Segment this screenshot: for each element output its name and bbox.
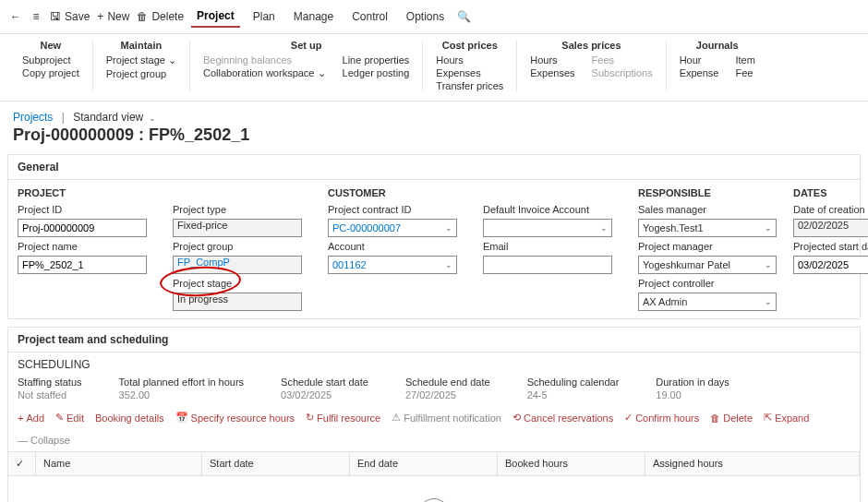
project-name-input[interactable] — [18, 256, 147, 274]
ribbon-item[interactable]: Item — [735, 54, 754, 66]
clock-icon: ⟲ — [512, 412, 521, 424]
account-select[interactable]: 001162⌄ — [328, 256, 457, 274]
th-end[interactable]: End date — [350, 452, 498, 475]
chevron-down-icon: ⌄ — [765, 223, 772, 233]
duration-label: Duration in days — [656, 376, 729, 388]
project-group-input[interactable]: FP_CompP — [173, 256, 302, 274]
th-start[interactable]: Start date — [202, 452, 350, 475]
tab-manage[interactable]: Manage — [288, 6, 339, 27]
delete-button[interactable]: 🗑Delete — [137, 10, 184, 23]
expand-icon: ⇱ — [764, 412, 772, 424]
email-input[interactable] — [483, 256, 612, 274]
ribbon-title-journals: Journals — [696, 40, 739, 51]
expand-button[interactable]: ⇱Expand — [764, 412, 809, 424]
project-controller-label: Project controller — [638, 278, 767, 289]
tab-options[interactable]: Options — [401, 6, 450, 27]
th-booked[interactable]: Booked hours — [498, 452, 645, 475]
ribbon-sales-hours[interactable]: Hours — [530, 54, 574, 66]
search-icon[interactable]: 🔍 — [457, 10, 470, 23]
table-empty: ✦ We didn't find anything to show here. — [8, 476, 860, 502]
ribbon-expense[interactable]: Expense — [680, 67, 719, 78]
refresh-icon: ↻ — [306, 412, 314, 424]
ribbon-beginning-balances[interactable]: Beginning balances — [203, 54, 326, 66]
tab-project[interactable]: Project — [191, 6, 240, 28]
menu-icon[interactable]: ≡ — [30, 10, 42, 23]
customer-hd: CUSTOMER — [328, 187, 457, 198]
ribbon-fee[interactable]: Fee — [735, 67, 754, 78]
staffing-label: Staffing status — [18, 376, 82, 388]
ribbon-title-setup: Set up — [291, 40, 322, 51]
chevron-down-icon: ⌄ — [149, 114, 156, 123]
tab-control[interactable]: Control — [346, 6, 393, 27]
calendar-icon: 📅 — [175, 412, 188, 424]
edit-button[interactable]: ✎Edit — [55, 412, 84, 424]
effort-label: Total planned effort in hours — [119, 376, 245, 388]
breadcrumb-sep: | — [62, 111, 65, 124]
sales-manager-label: Sales manager — [638, 204, 767, 215]
project-manager-label: Project manager — [638, 241, 767, 252]
project-stage-input: In progress — [173, 293, 302, 311]
th-name[interactable]: Name — [36, 452, 202, 475]
ribbon-project-group[interactable]: Project group — [106, 68, 176, 79]
confirm-hours-button[interactable]: ✓Confirm hours — [624, 412, 699, 424]
col-responsible: RESPONSIBLE Sales manager Yogesh.Test1⌄ … — [638, 187, 767, 311]
th-check[interactable]: ✓ — [8, 452, 36, 475]
project-manager-select[interactable]: Yogeshkumar Patel⌄ — [638, 256, 777, 274]
specify-hours-button[interactable]: 📅Specify resource hours — [175, 412, 295, 424]
project-hd: PROJECT — [18, 187, 147, 198]
project-id-input[interactable] — [18, 219, 147, 237]
ribbon-sales-subscriptions[interactable]: Subscriptions — [592, 67, 653, 78]
ribbon-group-new: New Subproject Copy project — [9, 40, 93, 91]
section-general-header[interactable]: General — [8, 155, 860, 180]
save-button[interactable]: 🖫Save — [50, 10, 90, 23]
tab-plan[interactable]: Plan — [247, 6, 281, 27]
breadcrumb-view[interactable]: Standard view ⌄ — [73, 111, 155, 124]
chevron-down-icon: ⌄ — [765, 260, 772, 269]
ribbon-sales-fees[interactable]: Fees — [592, 54, 653, 66]
breadcrumb-root[interactable]: Projects — [13, 111, 53, 124]
account-label: Account — [328, 241, 457, 252]
section-team-header[interactable]: Project team and scheduling — [8, 328, 860, 353]
default-invoice-select[interactable]: ⌄ — [483, 219, 612, 237]
notification-button[interactable]: ⚠Fulfillment notification — [392, 412, 501, 424]
dates-hd: DATES — [793, 187, 868, 198]
th-assigned[interactable]: Assigned hours — [645, 452, 860, 475]
project-controller-select[interactable]: AX Admin⌄ — [638, 293, 777, 311]
ribbon-group-sales: Sales prices Hours Expenses Fees Subscri… — [517, 40, 666, 91]
ribbon-project-stage[interactable]: Project stage ⌄ — [106, 54, 176, 66]
team-delete-button[interactable]: 🗑Delete — [710, 412, 753, 424]
duration-value: 19.00 — [656, 389, 729, 400]
ribbon-sales-expenses[interactable]: Expenses — [530, 67, 574, 78]
fulfil-button[interactable]: ↻Fulfil resource — [306, 412, 380, 424]
responsible-hd: RESPONSIBLE — [638, 187, 767, 198]
new-button[interactable]: +New — [97, 10, 129, 23]
booking-button[interactable]: Booking details — [95, 412, 164, 424]
ribbon-cost-hours[interactable]: Hours — [436, 54, 503, 66]
project-type-label: Project type — [173, 204, 302, 215]
effort-value: 352.00 — [119, 389, 245, 400]
contract-select[interactable]: PC-000000007⌄ — [328, 219, 457, 237]
ribbon-collab-workspace[interactable]: Collaboration workspace ⌄ — [203, 67, 326, 79]
cancel-reservations-button[interactable]: ⟲Cancel reservations — [512, 412, 613, 424]
ribbon-line-properties[interactable]: Line properties — [343, 54, 410, 66]
plus-icon: + — [18, 412, 23, 424]
ribbon-hour[interactable]: Hour — [680, 54, 719, 66]
projected-start-input[interactable] — [793, 256, 868, 274]
team-actions: +Add ✎Edit Booking details 📅Specify reso… — [8, 406, 860, 451]
check-icon: ✓ — [16, 458, 24, 469]
ribbon-transfer-prices[interactable]: Transfer prices — [436, 80, 503, 91]
add-button[interactable]: +Add — [18, 412, 44, 424]
ribbon-ledger-posting[interactable]: Ledger posting — [343, 67, 410, 78]
ribbon-group-maintain: Maintain Project stage ⌄ Project group — [93, 40, 190, 91]
ribbon-subproject[interactable]: Subproject — [22, 54, 79, 66]
ribbon-cost-expenses[interactable]: Expenses — [436, 67, 503, 78]
sales-manager-select[interactable]: Yogesh.Test1⌄ — [638, 219, 777, 237]
chevron-down-icon: ⌄ — [445, 260, 452, 269]
col-dates: DATES Date of creation 02/02/2025 Projec… — [793, 187, 868, 311]
back-icon[interactable]: ← — [9, 10, 22, 23]
ribbon-copy-project[interactable]: Copy project — [22, 67, 79, 78]
collapse-button[interactable]: —Collapse — [18, 435, 70, 446]
team-table: ✓ Name Start date End date Booked hours … — [8, 451, 860, 502]
pencil-icon: ✎ — [55, 412, 64, 424]
check-icon: ✓ — [624, 412, 633, 424]
